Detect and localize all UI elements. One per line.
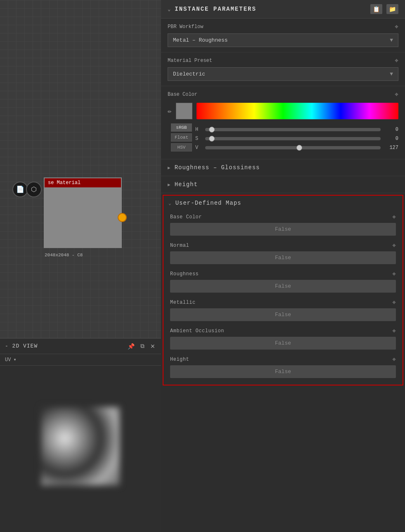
material-preset-arrow-icon: ▼ [390, 71, 393, 77]
user-defined-maps-title: User-Defined Maps [175, 200, 242, 206]
map-base-color-reset-button[interactable]: ⌖ [392, 214, 396, 220]
node-header: se Material [45, 178, 121, 187]
view-2d-header: - 2D VIEW 📌 ⧉ ✕ [0, 338, 161, 354]
hsv-mode-button[interactable]: HSV [171, 143, 192, 151]
node-connector[interactable] [118, 213, 127, 222]
map-roughness-value-button[interactable]: False [170, 280, 396, 293]
s-slider-track[interactable] [205, 137, 381, 140]
base-color-header: Base Color ⌖ [168, 91, 398, 98]
map-normal-value-button[interactable]: False [170, 251, 396, 264]
s-slider-row: S 0 [195, 136, 398, 142]
map-roughness-reset-button[interactable]: ⌖ [392, 271, 396, 277]
view-2d-content [0, 366, 161, 526]
view-2d-panel: - 2D VIEW 📌 ⧉ ✕ UV ▾ [0, 338, 161, 532]
canvas-background [0, 0, 161, 338]
base-color-label: Base Color [168, 92, 197, 97]
material-preset-dropdown[interactable]: Dielectric ▼ [168, 67, 398, 81]
map-metallic-reset-button[interactable]: ⌖ [392, 299, 396, 306]
map-item-normal: Normal ⌖ False [163, 239, 403, 267]
v-slider-track[interactable] [205, 146, 381, 149]
close-button[interactable]: ✕ [149, 342, 156, 350]
map-ao-label-row: Ambient Occlusion ⌖ [170, 328, 396, 334]
map-base-color-label-row: Base Color ⌖ [170, 214, 396, 220]
map-base-color-value-button[interactable]: False [170, 223, 396, 236]
hsv-sliders: H 0 S 0 V [195, 127, 398, 154]
map-metallic-value-button[interactable]: False [170, 308, 396, 321]
srgb-mode-button[interactable]: sRGB [171, 123, 192, 132]
node-box: se Material 2048x2048 - C8 [44, 177, 122, 248]
v-value: 127 [384, 145, 398, 151]
map-normal-label-row: Normal ⌖ [170, 242, 396, 249]
v-slider-row: V 127 [195, 145, 398, 151]
user-defined-collapse-icon: ⌄ [168, 201, 171, 206]
map-item-roughness: Roughness ⌖ False [163, 267, 403, 296]
height-label: Height [175, 181, 198, 188]
map-roughness-label-row: Roughness ⌖ [170, 271, 396, 277]
node-icon-shape[interactable]: ⬡ [26, 182, 42, 197]
view-2d-controls: 📌 ⧉ ✕ [127, 342, 156, 350]
map-height-label-row: Height ⌖ [170, 356, 396, 363]
map-metallic-label: Metallic [170, 300, 196, 305]
map-item-metallic: Metallic ⌖ False [163, 296, 403, 324]
float-mode-button[interactable]: Float [171, 133, 192, 142]
roughness-glossiness-row[interactable]: ▶ Roughness – Glossiness [161, 159, 405, 176]
pbr-workflow-dropdown[interactable]: Metal – Roughness ▼ [168, 33, 398, 47]
color-mode-buttons: sRGB Float HSV [171, 123, 192, 154]
pbr-workflow-label: PBR Workflow [168, 24, 203, 30]
h-slider-track[interactable] [205, 128, 381, 131]
eyedropper-icon[interactable]: ✏️ [168, 107, 172, 115]
v-label: V [195, 145, 202, 151]
material-preset-value: Dielectric [173, 71, 205, 77]
map-metallic-label-row: Metallic ⌖ [170, 299, 396, 306]
pbr-workflow-value: Metal – Roughness [173, 37, 228, 43]
base-color-section: Base Color ⌖ ✏️ sRGB Float HSV H 0 [161, 86, 405, 159]
map-ao-reset-button[interactable]: ⌖ [392, 328, 396, 334]
user-defined-maps-section: ⌄ User-Defined Maps Base Color ⌖ False N… [163, 195, 403, 385]
map-normal-label: Normal [170, 243, 189, 248]
map-base-color-label: Base Color [170, 214, 202, 220]
v-slider-thumb[interactable] [296, 145, 302, 151]
map-item-base-color: Base Color ⌖ False [163, 210, 403, 239]
base-color-reset-button[interactable]: ⌖ [395, 91, 398, 98]
view-2d-title: - 2D VIEW [5, 343, 123, 349]
h-value: 0 [384, 127, 398, 132]
material-preset-section: Material Preset ⌖ Dielectric ▼ [161, 52, 405, 86]
s-label: S [195, 136, 202, 142]
node-preview [45, 187, 121, 247]
material-preset-reset-button[interactable]: ⌖ [395, 57, 398, 64]
color-spectrum[interactable] [197, 103, 398, 119]
user-defined-maps-header[interactable]: ⌄ User-Defined Maps [163, 196, 403, 210]
h-slider-thumb[interactable] [209, 127, 215, 132]
map-height-value-button[interactable]: False [170, 365, 396, 378]
collapse-arrow-icon[interactable]: ⌄ [168, 6, 171, 12]
pin-button[interactable]: 📌 [127, 342, 135, 350]
pbr-workflow-reset-button[interactable]: ⌖ [395, 24, 398, 30]
map-item-height: Height ⌖ False [163, 353, 403, 381]
color-swatch[interactable] [176, 103, 192, 119]
save-preset-button[interactable]: 📋 [370, 4, 382, 14]
left-panel: 📄 ⬡ se Material 2048x2048 - C8 - 2D VIEW… [0, 0, 161, 532]
roughness-expand-icon: ▶ [168, 165, 171, 170]
map-height-reset-button[interactable]: ⌖ [392, 356, 396, 363]
material-node: 📄 ⬡ se Material 2048x2048 - C8 [12, 177, 122, 248]
texture-preview [41, 407, 120, 485]
uv-dropdown[interactable]: ▾ [13, 357, 16, 363]
pbr-workflow-section: PBR Workflow ⌖ Metal – Roughness ▼ [161, 19, 405, 52]
map-height-label: Height [170, 357, 189, 362]
instance-parameters-title: INSTANCE PARAMETERS [175, 6, 366, 12]
h-slider-row: H 0 [195, 127, 398, 132]
uv-dropdown-label: ▾ [13, 357, 16, 363]
pbr-workflow-arrow-icon: ▼ [390, 37, 393, 43]
instance-parameters-header: ⌄ INSTANCE PARAMETERS 📋 📁 [161, 0, 405, 19]
map-ao-value-button[interactable]: False [170, 337, 396, 350]
uv-label: UV [5, 357, 11, 363]
s-slider-thumb[interactable] [209, 136, 215, 142]
map-item-ambient-occlusion: Ambient Occlusion ⌖ False [163, 324, 403, 353]
load-preset-button[interactable]: 📁 [386, 4, 398, 14]
material-preset-label-row: Material Preset ⌖ [168, 57, 398, 64]
height-row[interactable]: ▶ Height [161, 176, 405, 193]
map-normal-reset-button[interactable]: ⌖ [392, 242, 396, 249]
pbr-workflow-label-row: PBR Workflow ⌖ [168, 24, 398, 30]
uv-selector: UV ▾ [0, 354, 161, 366]
copy-button[interactable]: ⧉ [140, 342, 145, 350]
